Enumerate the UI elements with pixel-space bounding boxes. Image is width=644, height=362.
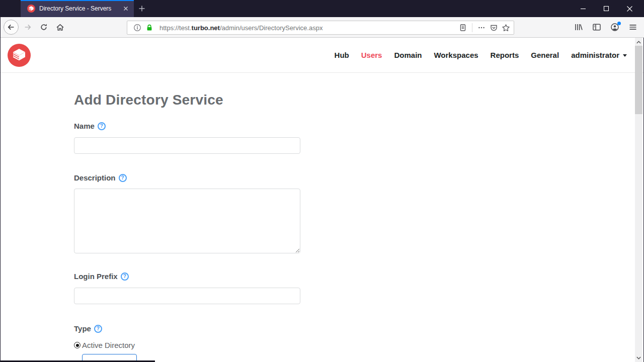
toolbar-right-buttons	[572, 21, 639, 34]
plus-icon	[138, 5, 146, 13]
nav-item-users[interactable]: Users	[361, 51, 382, 59]
type-option-row: Active Directory	[74, 341, 643, 349]
chevron-up-icon	[636, 41, 641, 44]
new-tab-button[interactable]	[138, 5, 146, 13]
star-icon	[502, 24, 510, 32]
home-icon	[56, 23, 64, 32]
description-help-icon[interactable]: ?	[119, 174, 127, 182]
browser-tab[interactable]: Directory Service - Servers	[21, 0, 134, 17]
turbo-logo[interactable]	[8, 44, 31, 67]
library-icon	[574, 23, 583, 32]
home-button[interactable]	[53, 20, 67, 34]
chevron-down-icon	[623, 54, 627, 57]
sidebar-icon	[592, 23, 601, 32]
urlbar-divider	[472, 23, 472, 32]
account-button[interactable]	[608, 21, 621, 34]
reload-button[interactable]	[37, 20, 51, 34]
account-notification-dot	[617, 22, 621, 25]
favicon-turbo-icon	[27, 5, 35, 13]
minimize-button[interactable]	[572, 0, 595, 17]
close-window-button[interactable]	[618, 0, 641, 17]
login-prefix-label-row: Login Prefix ?	[74, 272, 643, 281]
type-label: Type	[74, 324, 91, 333]
menu-button[interactable]	[626, 21, 639, 34]
scrollbar-thumb[interactable]	[635, 46, 642, 114]
scroll-down-button[interactable]	[635, 354, 642, 361]
url-bar[interactable]: https://test.turbo.net/admin/users/Direc…	[127, 21, 514, 35]
reader-mode-icon	[459, 24, 467, 32]
url-prefix: https://test.	[159, 24, 192, 32]
maximize-button[interactable]	[595, 0, 618, 17]
info-icon	[133, 24, 141, 32]
nav-item-domain[interactable]: Domain	[394, 51, 422, 59]
navigation-toolbar: https://test.turbo.net/admin/users/Direc…	[1, 17, 644, 38]
type-help-icon[interactable]: ?	[94, 325, 102, 333]
page-viewport: Hub Users Domain Workspaces Reports Gene…	[1, 38, 643, 362]
site-nav: Hub Users Domain Workspaces Reports Gene…	[335, 51, 627, 59]
tab-title: Directory Service - Servers	[39, 5, 122, 12]
active-directory-radio[interactable]	[74, 342, 80, 348]
radio-selected-dot	[76, 344, 79, 347]
login-prefix-input[interactable]	[74, 288, 300, 304]
site-header: Hub Users Domain Workspaces Reports Gene…	[1, 38, 643, 73]
page-title: Add Directory Service	[74, 92, 643, 108]
nav-item-hub[interactable]: Hub	[335, 51, 349, 59]
description-textarea[interactable]	[74, 189, 300, 253]
type-label-row: Type ?	[74, 324, 643, 333]
forward-button[interactable]	[21, 20, 35, 34]
reload-icon	[40, 23, 48, 31]
site-info-button[interactable]	[131, 22, 143, 34]
titlebar: Directory Service - Servers	[0, 0, 644, 17]
url-domain: turbo.net	[192, 24, 220, 32]
padlock-icon	[145, 24, 153, 32]
back-arrow-icon	[7, 23, 15, 31]
url-text: https://test.turbo.net/admin/users/Direc…	[159, 24, 457, 32]
pocket-button[interactable]	[488, 22, 500, 34]
url-path: /admin/users/DirectoryService.aspx	[220, 24, 323, 32]
login-prefix-label: Login Prefix	[74, 272, 118, 281]
nav-item-reports[interactable]: Reports	[491, 51, 519, 59]
forward-arrow-icon	[24, 23, 32, 31]
vertical-scrollbar[interactable]	[635, 38, 642, 362]
name-label: Name	[74, 122, 95, 130]
minimize-icon	[580, 6, 586, 12]
user-menu[interactable]: administrator	[571, 51, 627, 59]
close-icon	[626, 6, 633, 12]
hamburger-icon	[628, 23, 637, 32]
back-button[interactable]	[4, 20, 19, 35]
name-input[interactable]	[74, 137, 300, 154]
pocket-icon	[490, 24, 498, 32]
bookmark-star-button[interactable]	[500, 22, 512, 34]
active-directory-label: Active Directory	[82, 341, 135, 349]
library-button[interactable]	[572, 21, 585, 34]
chevron-down-icon	[636, 356, 641, 359]
ellipsis-icon	[477, 24, 486, 32]
nav-item-general[interactable]: General	[531, 51, 559, 59]
nav-item-workspaces[interactable]: Workspaces	[434, 51, 478, 59]
active-tab-stripe	[21, 0, 134, 1]
main-content: Add Directory Service Name ? Description…	[1, 73, 643, 362]
browser-window: Directory Service - Servers	[0, 0, 644, 362]
sidebar-toggle-button[interactable]	[590, 21, 603, 34]
scroll-up-button[interactable]	[635, 38, 642, 46]
name-help-icon[interactable]: ?	[98, 122, 106, 130]
name-label-row: Name ?	[74, 122, 643, 130]
window-controls	[572, 0, 641, 17]
description-label: Description	[74, 173, 116, 182]
reader-mode-button[interactable]	[457, 22, 469, 34]
tab-close-button[interactable]	[122, 5, 130, 13]
lock-icon[interactable]	[143, 22, 155, 34]
page-actions-button[interactable]	[475, 22, 488, 34]
close-icon	[122, 5, 130, 13]
user-menu-label: administrator	[571, 51, 619, 59]
maximize-icon	[603, 6, 609, 12]
description-label-row: Description ?	[74, 173, 643, 182]
login-prefix-help-icon[interactable]: ?	[121, 273, 129, 281]
